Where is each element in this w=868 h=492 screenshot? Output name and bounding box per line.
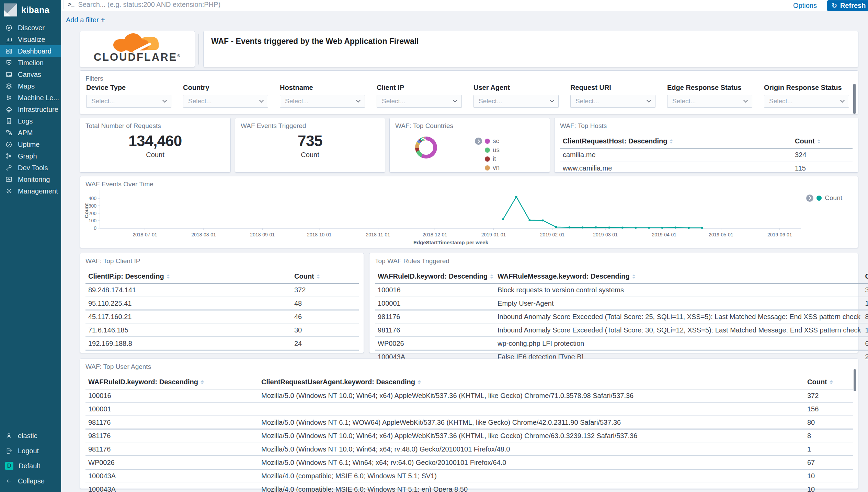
filter-group-user-agent: User Agent Select...	[473, 84, 570, 108]
legend-label: vn	[493, 164, 500, 172]
add-filter-link[interactable]: Add a filter+	[66, 16, 105, 24]
sidebar-item-elastic[interactable]: elastic	[0, 428, 61, 443]
table-cell: 67	[804, 456, 853, 469]
legend-item-vn[interactable]: vn	[485, 163, 500, 172]
sidebar-item-collapse[interactable]: Collapse	[0, 473, 61, 489]
metric-value: 735	[235, 132, 385, 150]
filter-select-origin-response-status[interactable]: Select...	[764, 95, 849, 108]
column-header-wafruleid-keyword-descending[interactable]: WAFRuleID.keyword: Descending	[85, 376, 259, 389]
arrow-left-icon	[5, 477, 13, 485]
legend-label: it	[493, 155, 496, 163]
table-cell: 24	[292, 337, 359, 350]
table-header-row: WAFRuleID.keyword: DescendingWAFRuleMess…	[375, 270, 868, 284]
sort-icon	[632, 274, 636, 279]
kibana-logo[interactable]: kibana	[0, 0, 61, 20]
filter-select-country[interactable]: Select...	[183, 95, 268, 108]
sidebar-item-visualize[interactable]: Visualize	[0, 34, 61, 45]
sidebar-item-dev-tools[interactable]: Dev Tools	[0, 162, 61, 174]
filter-select-edge-response-status[interactable]: Select...	[667, 95, 752, 108]
filter-group-client-ip: Client IP Select...	[377, 84, 473, 108]
sidebar-item-monitoring[interactable]: Monitoring	[0, 174, 61, 185]
refresh-button[interactable]: ↻ Refresh	[827, 0, 868, 11]
column-header-wafruleid-keyword-descending[interactable]: WAFRuleID.keyword: Descending	[375, 270, 495, 284]
sidebar-item-label: Machine Le...	[18, 94, 59, 102]
filter-select-client-ip[interactable]: Select...	[377, 95, 462, 108]
column-header-clientrequesthost-descending[interactable]: ClientRequestHost: Descending	[560, 135, 792, 149]
sidebar-item-apm[interactable]: APM	[0, 127, 61, 139]
column-header-clientrequestuseragent-keyword-descending[interactable]: ClientRequestUserAgent.keyword: Descendi…	[259, 376, 804, 389]
sidebar-item-timelion[interactable]: Timelion	[0, 57, 61, 69]
table-cell: 115	[792, 162, 853, 173]
panel-title: Filters	[85, 75, 103, 82]
sidebar-item-label: Maps	[18, 82, 35, 90]
svg-text:2019-04-01: 2019-04-01	[652, 232, 676, 237]
legend-expand-icon[interactable]	[475, 138, 482, 145]
sidebar-item-machine-le[interactable]: Machine Le...	[0, 92, 61, 104]
filter-select-user-agent[interactable]: Select...	[473, 95, 559, 108]
table-cell: 981176	[375, 324, 495, 337]
legend-item-sc[interactable]: sc	[485, 137, 500, 145]
search-input[interactable]: >_ Search... (e.g. status:200 AND extens…	[64, 0, 852, 9]
filter-select-device-type[interactable]: Select...	[86, 95, 171, 108]
sidebar-item-logs[interactable]: Logs	[0, 115, 61, 127]
filter-group-request-uri: Request URI Select...	[570, 84, 667, 108]
filter-group-device-type: Device Type Select...	[86, 84, 183, 108]
column-header-count[interactable]: Count	[862, 270, 868, 284]
table-cell: 95.110.225.41	[85, 297, 292, 310]
column-header-count[interactable]: Count	[292, 270, 359, 284]
column-header-wafrulemessage-keyword-descending[interactable]: WAFRuleMessage.keyword: Descending	[495, 270, 862, 284]
sidebar-item-discover[interactable]: Discover	[0, 22, 61, 34]
countries-legend: sc us it vn	[485, 137, 500, 172]
table-row: 100043AMozilla/4.0 (compatible; MSIE 6.0…	[85, 483, 853, 492]
table-row: 100001156	[85, 402, 853, 416]
table-cell: Inbound Anomaly Score Exceeded (Total Sc…	[495, 324, 862, 337]
sidebar-item-uptime[interactable]: Uptime	[0, 139, 61, 150]
table-cell: 372	[804, 389, 853, 402]
sidebar-item-label: APM	[18, 129, 33, 137]
sidebar-item-canvas[interactable]: Canvas	[0, 69, 61, 80]
scrollbar-thumb[interactable]	[854, 369, 856, 391]
scrollbar-thumb[interactable]	[853, 84, 856, 114]
table-cell: 10	[804, 483, 853, 492]
sidebar-item-infrastructure[interactable]: Infrastructure	[0, 104, 61, 115]
compass-icon	[5, 24, 13, 32]
chevron-down-icon	[162, 98, 167, 103]
sidebar-item-maps[interactable]: Maps	[0, 80, 61, 92]
table-cell: 10	[804, 469, 853, 483]
chevron-down-icon	[840, 98, 845, 103]
table-cell: Mozilla/5.0 (Windows NT 6.1; Win64; x64;…	[259, 456, 804, 469]
legend-dot	[485, 165, 490, 171]
filter-select-request-uri[interactable]: Select...	[570, 95, 655, 108]
table-cell: 156	[804, 402, 853, 416]
sidebar-item-label: Monitoring	[18, 176, 50, 184]
table-row: 192.169.188.824	[85, 337, 359, 350]
countries-donut-chart[interactable]	[415, 137, 437, 159]
sidebar-item-label: Collapse	[18, 477, 45, 485]
table-cell: Inbound Anomaly Score Exceeded (Total Sc…	[495, 310, 862, 324]
select-placeholder: Select...	[285, 97, 309, 105]
sidebar-item-label: Graph	[18, 152, 37, 160]
select-placeholder: Select...	[382, 97, 406, 105]
cloudflare-wordmark: CLOUDFLARE®	[94, 51, 181, 63]
sidebar-item-dashboard[interactable]: Dashboard	[0, 45, 61, 57]
sidebar-item-default[interactable]: D Default	[0, 458, 61, 473]
table-row: 89.248.174.141372	[85, 284, 359, 297]
column-header-clientip-ip-descending[interactable]: ClientIP.ip: Descending	[85, 270, 292, 284]
filter-select-hostname[interactable]: Select...	[280, 95, 365, 108]
legend-item-it[interactable]: it	[485, 154, 500, 163]
column-header-count[interactable]: Count	[792, 135, 853, 149]
table-header-row: ClientRequestHost: DescendingCount	[560, 135, 853, 149]
panel-title: WAF: Top Hosts	[560, 122, 607, 130]
table-cell: 981176	[85, 429, 259, 443]
chevron-down-icon	[453, 98, 457, 103]
sidebar-item-graph[interactable]: Graph	[0, 150, 61, 162]
filter-label: Device Type	[86, 84, 183, 92]
options-button[interactable]: Options	[784, 0, 826, 11]
sidebar-item-label: Dev Tools	[18, 164, 48, 172]
maps-icon	[5, 82, 13, 90]
column-header-count[interactable]: Count	[804, 376, 853, 389]
legend-item-us[interactable]: us	[485, 145, 500, 154]
sidebar-item-logout[interactable]: Logout	[0, 443, 61, 458]
table-cell: 372	[292, 284, 359, 297]
sidebar-item-management[interactable]: Management	[0, 185, 61, 197]
